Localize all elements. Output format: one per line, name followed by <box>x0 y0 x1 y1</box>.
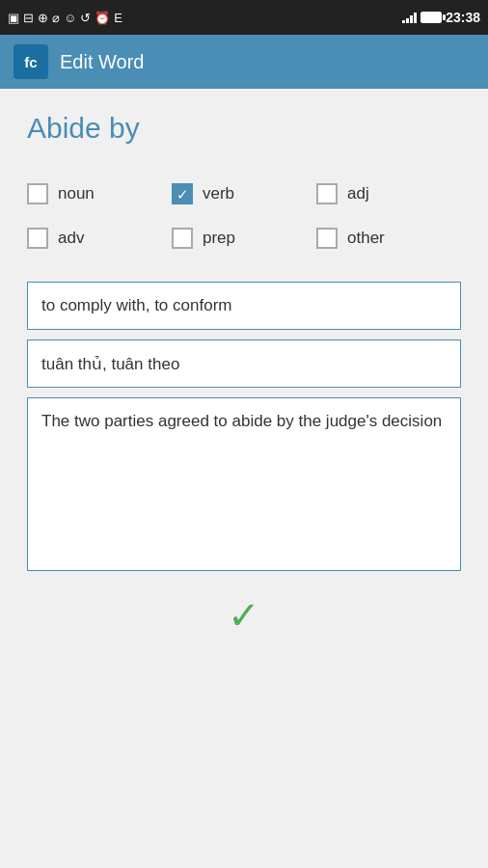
toolbar-title: Edit Word <box>60 51 144 73</box>
face-icon: ☺ <box>64 11 76 25</box>
checkboxes-grid: noun ✓ verb adj adv prep other <box>27 172 461 260</box>
checkbox-adj-box[interactable] <box>316 183 338 204</box>
sim-icon: ▣ <box>8 11 19 25</box>
confirm-area: ✓ <box>27 581 461 635</box>
alarm-icon: ⏰ <box>95 11 110 25</box>
logo-text: fc <box>24 54 37 70</box>
checkbox-prep-box[interactable] <box>172 228 193 249</box>
checkbox-noun-box[interactable] <box>27 183 48 204</box>
checkbox-prep-label: prep <box>203 229 235 248</box>
checkmark-icon: ✓ <box>176 187 189 202</box>
checkbox-other-label: other <box>347 229 385 248</box>
e-icon: E <box>114 11 122 25</box>
status-icons-left: ▣ ⊟ ⊕ ⌀ ☺ ↺ ⏰ E <box>8 11 122 25</box>
time-display: 23:38 <box>446 10 480 25</box>
checkbox-adv-box[interactable] <box>27 228 48 249</box>
checkbox-noun-label: noun <box>58 184 95 203</box>
example-textarea[interactable] <box>27 397 461 571</box>
wifi-icon: ⊟ <box>23 11 34 25</box>
checkbox-noun[interactable]: noun <box>27 172 172 216</box>
refresh-icon: ↺ <box>80 11 91 25</box>
definition-input[interactable] <box>27 282 461 330</box>
checkbox-verb-label: verb <box>203 184 234 203</box>
confirm-button[interactable]: ✓ <box>228 596 260 635</box>
toolbar: fc Edit Word <box>0 35 488 89</box>
battery-icon <box>420 12 442 23</box>
checkbox-adv[interactable]: adv <box>27 216 172 260</box>
signal-icon <box>402 12 417 23</box>
checkbox-other[interactable]: other <box>316 216 461 260</box>
checkbox-prep[interactable]: prep <box>172 216 316 260</box>
content-area: Abide by noun ✓ verb adj adv prep other <box>0 89 488 658</box>
word-title: Abide by <box>27 112 461 145</box>
network-icon: ⊕ <box>38 11 48 25</box>
usb-icon: ⌀ <box>52 11 60 25</box>
app-logo: fc <box>14 44 48 79</box>
status-bar-right: 23:38 <box>402 10 480 25</box>
checkbox-verb-box[interactable]: ✓ <box>172 183 193 204</box>
translation-input[interactable] <box>27 339 461 388</box>
checkbox-other-box[interactable] <box>316 228 338 249</box>
checkbox-adv-label: adv <box>58 229 84 248</box>
checkbox-adj-label: adj <box>347 184 369 203</box>
status-bar: ▣ ⊟ ⊕ ⌀ ☺ ↺ ⏰ E 23:38 <box>0 0 488 35</box>
checkbox-adj[interactable]: adj <box>316 172 461 216</box>
checkbox-verb[interactable]: ✓ verb <box>172 172 316 216</box>
